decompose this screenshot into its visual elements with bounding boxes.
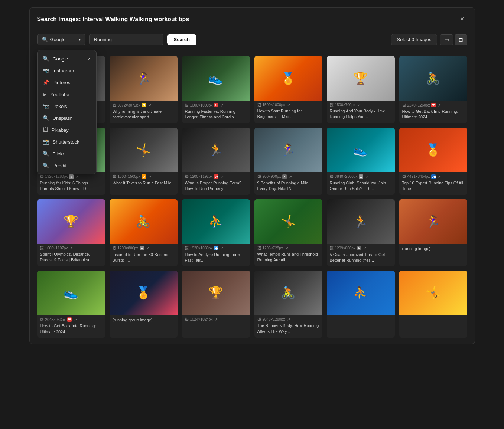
image-card[interactable]: ⛹️ [327, 271, 395, 338]
image-card[interactable]: 🏆🖼1500×700px↗Running And Your Body - How… [327, 56, 395, 123]
single-view-button[interactable]: ▭ [440, 34, 453, 45]
search-button[interactable]: Search [167, 34, 196, 45]
image-icon: 🖼 [113, 246, 116, 250]
card-title: How to Analyze Running Form - Fast Talk.… [185, 252, 247, 263]
youtube-icon: ▶ [43, 91, 47, 97]
external-link-icon[interactable]: ↗ [74, 318, 77, 322]
image-icon: 🖼 [185, 174, 189, 179]
dropdown-label-shutterstock: Shutterstock [53, 139, 79, 145]
dropdown-item-pexels[interactable]: 📷 Pexels [38, 100, 96, 112]
image-icon: 🖼 [257, 174, 261, 179]
external-link-icon[interactable]: ↗ [221, 103, 224, 107]
image-card[interactable]: 🤸🖼1500×1500pxO↗What It Takes to Run a Fa… [110, 128, 178, 195]
toolbar-right: Select 0 Images ▭ ⊞ [391, 34, 467, 45]
image-card[interactable]: 🏆🖼1024×1024px↗ [182, 271, 250, 338]
image-card[interactable]: 🏅🖼4491×3454pxDE↗Top 10 Expert Running Ti… [399, 128, 467, 195]
dropdown-item-shutterstock[interactable]: 📸 Shutterstock [38, 136, 96, 148]
dropdown-label-pinterest: Pinterest [53, 80, 72, 85]
card-title: The Runner's Body: How Running Affects T… [257, 323, 319, 334]
dropdown-item-instagram[interactable]: 📷 Instagram [38, 65, 96, 76]
image-thumbnail: 🤸 [399, 271, 467, 315]
image-thumbnail: 🏆 [37, 199, 105, 244]
external-link-icon[interactable]: ↗ [148, 103, 151, 107]
pexels-icon: 📷 [43, 103, 49, 109]
dropdown-item-flickr[interactable]: 🔍 Flickr [38, 148, 96, 160]
image-thumbnail: 🤸 [254, 199, 322, 244]
image-icon: 🖼 [330, 174, 334, 179]
card-dimensions: 🖼3840×2560px⊡↗ [330, 174, 392, 179]
image-icon: 🖼 [185, 103, 189, 107]
image-card[interactable]: 🏅(running group image) [110, 271, 178, 338]
external-link-icon[interactable]: ↗ [358, 103, 361, 107]
image-card[interactable]: 🏃🖼1200×1192pxW↗What Is Proper Running Fo… [182, 128, 250, 195]
external-link-icon[interactable]: ↗ [438, 103, 441, 107]
search-images-modal: Search Images: Interval Walking Walking … [29, 7, 475, 344]
grid-view-button[interactable]: ⊞ [455, 34, 467, 45]
image-card[interactable]: 👟🖼3840×2560px⊡↗Running Club: Should You … [327, 128, 395, 195]
pinterest-icon: 📌 [43, 79, 49, 85]
external-link-icon[interactable]: ↗ [148, 174, 151, 179]
card-dimensions: 🖼1209×806px✕↗ [330, 246, 392, 250]
card-dimensions: 🖼2240×1260px❤↗ [402, 103, 464, 107]
image-card[interactable]: 🏃‍♀️(running image) [399, 199, 467, 266]
card-title: Running Faster vs. Running Longer, Fitne… [185, 109, 247, 120]
external-link-icon[interactable]: ↗ [215, 317, 218, 321]
external-link-icon[interactable]: ↗ [221, 246, 224, 250]
dropdown-item-pixabay[interactable]: 🖼 Pixabay [38, 124, 96, 136]
external-link-icon[interactable]: ↗ [221, 174, 224, 179]
image-card[interactable]: 🚴🖼2048×1280px↗The Runner's Body: How Run… [254, 271, 322, 338]
select-images-button[interactable]: Select 0 Images [391, 34, 437, 45]
image-card[interactable]: 🤸 [399, 271, 467, 338]
card-title: Running Club: Should You Join One or Run… [330, 180, 392, 192]
image-card[interactable]: 👟🖼1000×1000pxS↗Running Faster vs. Runnin… [182, 56, 250, 123]
source-dropdown[interactable]: 🔍 Google ▾ [37, 34, 85, 45]
source-badge: O [142, 174, 146, 179]
external-link-icon[interactable]: ↗ [76, 174, 79, 179]
dropdown-item-google[interactable]: 🔍 Google ✓ [38, 53, 96, 65]
image-card[interactable]: 🚴🖼1200×800px●↗Inspired to Run—in 30-Seco… [110, 199, 178, 266]
image-card[interactable]: ⛹️🖼1920×1080px◆↗How to Analyze Running F… [182, 199, 250, 266]
card-dimensions: 🖼1000×1000pxS↗ [185, 103, 247, 107]
card-dimensions: 🖼1920×1280pxY↗ [40, 174, 102, 179]
modal-header: Search Images: Interval Walking Walking … [30, 8, 475, 29]
source-badge: ✕ [282, 174, 287, 179]
image-card[interactable]: 🏃🖼1209×806px✕↗5 Coach-approved Tips To G… [327, 199, 395, 266]
image-card[interactable]: 🏃‍♀️🖼900×900px✕↗9 Benefits of Running a … [254, 128, 322, 195]
search-input[interactable] [89, 34, 163, 45]
dimension-text: 3840×2560px [335, 174, 358, 179]
pixabay-icon: 🖼 [43, 127, 48, 133]
image-thumbnail: 🚴 [399, 56, 467, 101]
source-badge: DE [431, 174, 436, 179]
instagram-icon: 📷 [43, 68, 49, 73]
card-dimensions: 🖼2048×1280px↗ [257, 317, 319, 321]
external-link-icon[interactable]: ↗ [287, 103, 290, 107]
external-link-icon[interactable]: ↗ [70, 246, 73, 250]
dimension-text: 1209×806px [335, 246, 355, 250]
dropdown-item-youtube[interactable]: ▶ YouTube [38, 88, 96, 100]
dropdown-label-reddit: Reddit [53, 163, 67, 168]
image-card[interactable]: 🤸🖼1296×728px↗What Tempo Runs and Thresho… [254, 199, 322, 266]
image-card[interactable]: 🚴🖼2240×1260px❤↗How to Get Back Into Runn… [399, 56, 467, 123]
card-dimensions: 🖼1500×1000px↗ [257, 103, 319, 107]
external-link-icon[interactable]: ↗ [365, 174, 368, 179]
dropdown-item-unsplash[interactable]: 🔍 Unsplash [38, 112, 96, 124]
image-card[interactable]: 🏅🖼1500×1000px↗How to Start Running for B… [254, 56, 322, 123]
external-link-icon[interactable]: ↗ [285, 246, 288, 250]
image-card[interactable]: 🏃‍♀️🖼3072×3072pxN↗Why running is the ult… [110, 56, 178, 123]
dropdown-item-reddit[interactable]: 🔍 Reddit [38, 160, 96, 171]
chevron-down-icon: ▾ [79, 37, 81, 42]
external-link-icon[interactable]: ↗ [438, 174, 441, 179]
external-link-icon[interactable]: ↗ [364, 246, 367, 250]
close-button[interactable]: × [457, 14, 467, 24]
card-dimensions: 🖼3072×3072pxN↗ [113, 103, 175, 107]
external-link-icon[interactable]: ↗ [287, 317, 290, 321]
external-link-icon[interactable]: ↗ [289, 174, 292, 179]
external-link-icon[interactable]: ↗ [146, 246, 149, 250]
image-thumbnail: 🏅 [254, 56, 322, 101]
image-card[interactable]: 🏆🖼1600×1107px↗Sprint | Olympics, Distanc… [37, 199, 105, 266]
image-card[interactable]: 👟🖼2048×953px❤↗How to Get Back Into Runni… [37, 271, 105, 338]
image-thumbnail: 🏃‍♀️ [110, 56, 178, 101]
source-badge: ❤ [431, 103, 436, 107]
dropdown-item-pinterest[interactable]: 📌 Pinterest [38, 76, 96, 88]
card-dimensions: 🖼1296×728px↗ [257, 246, 319, 250]
